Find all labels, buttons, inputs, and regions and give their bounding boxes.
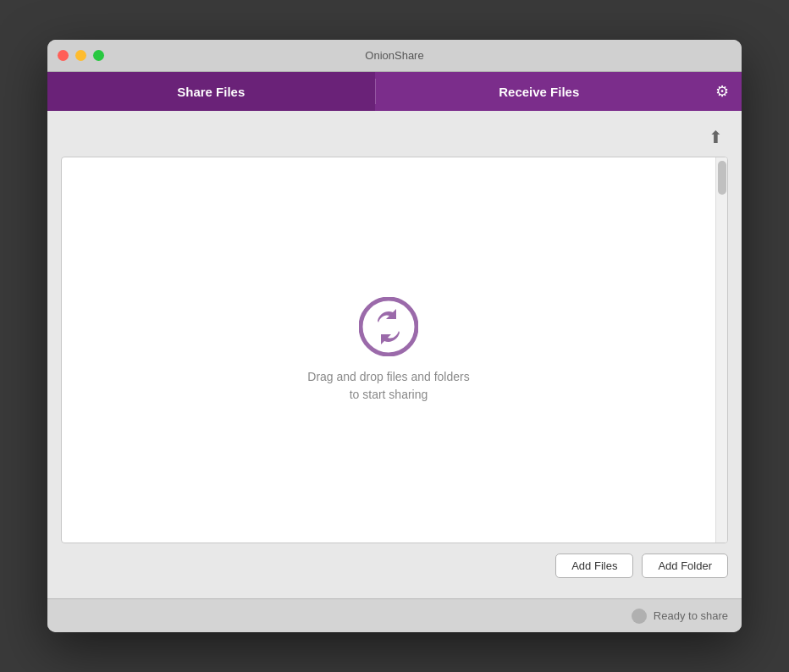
status-text: Ready to share [654, 609, 728, 622]
settings-button[interactable]: ⚙ [703, 72, 742, 111]
upload-button[interactable]: ⬆ [703, 124, 728, 150]
close-button[interactable] [58, 50, 69, 61]
content-area: ⬆ Drag and drop files and folders to sta… [47, 111, 742, 598]
app-window: OnionShare Share Files Receive Files ⚙ ⬆ [47, 40, 742, 632]
tab-share-files[interactable]: Share Files [47, 72, 375, 111]
title-bar: OnionShare [47, 40, 742, 72]
drop-zone[interactable]: Drag and drop files and folders to start… [61, 157, 728, 543]
tab-receive-files[interactable]: Receive Files [376, 72, 703, 111]
status-bar: Ready to share [47, 598, 742, 632]
drop-zone-content: Drag and drop files and folders to start… [307, 297, 469, 404]
button-row: Add Files Add Folder [61, 543, 728, 585]
upload-icon: ⬆ [709, 129, 723, 146]
toolbar-row: ⬆ [61, 124, 728, 150]
scrollbar-thumb [718, 161, 726, 195]
add-files-button[interactable]: Add Files [555, 554, 633, 578]
maximize-button[interactable] [93, 50, 104, 61]
window-controls [58, 50, 104, 61]
gear-icon: ⚙ [715, 82, 729, 101]
window-title: OnionShare [365, 49, 423, 62]
svg-point-0 [361, 299, 417, 355]
tab-bar: Share Files Receive Files ⚙ [47, 72, 742, 111]
add-folder-button[interactable]: Add Folder [642, 554, 728, 578]
sync-icon [359, 297, 418, 356]
scrollbar[interactable] [715, 157, 727, 543]
drop-zone-text: Drag and drop files and folders to start… [307, 368, 469, 404]
drop-secondary-text: to start sharing [307, 386, 469, 404]
status-dot [632, 609, 647, 624]
minimize-button[interactable] [75, 50, 86, 61]
drop-primary-text: Drag and drop files and folders [307, 368, 469, 386]
